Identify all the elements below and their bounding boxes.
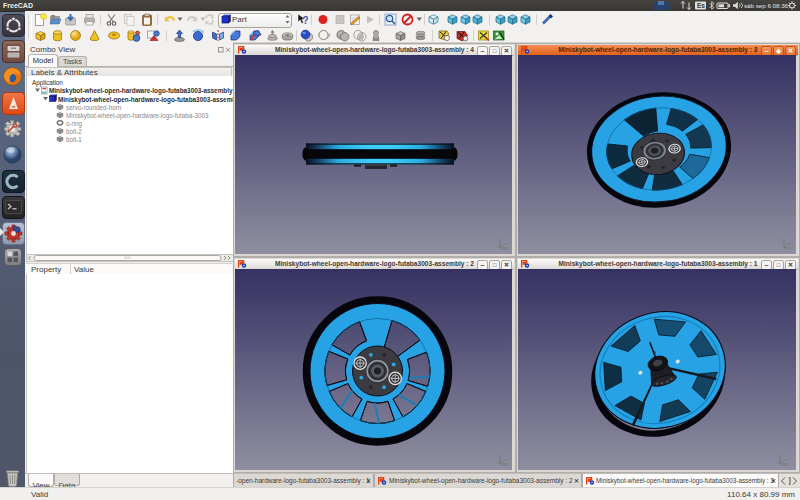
svg-text:y: y	[787, 456, 789, 461]
svg-text:y: y	[507, 456, 509, 461]
svg-text:?: ?	[303, 15, 309, 26]
svg-text:z: z	[497, 236, 499, 241]
svg-text:y: y	[791, 240, 793, 245]
svg-text:y: y	[507, 240, 509, 245]
svg-text:sáb sep 6 08:36: sáb sep 6 08:36	[744, 2, 789, 9]
svg-text:z: z	[777, 452, 779, 457]
svg-text:z: z	[497, 452, 499, 457]
svg-text:z: z	[781, 236, 783, 241]
svg-text:Es: Es	[697, 2, 705, 9]
